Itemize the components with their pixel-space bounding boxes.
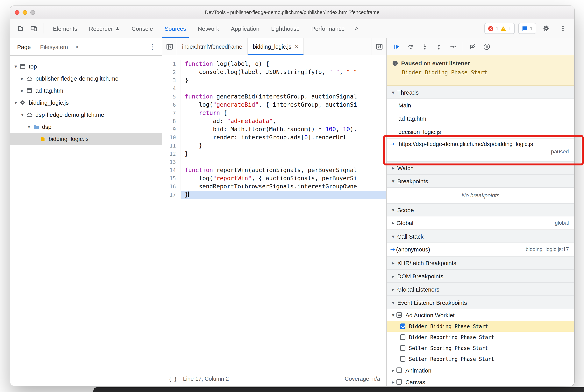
elb-category[interactable]: ▸Animation	[387, 364, 574, 376]
chevron-right-icon[interactable]: ▸	[19, 88, 26, 94]
checkbox-unchecked[interactable]	[397, 368, 402, 373]
chevron-down-icon[interactable]: ▾	[390, 300, 397, 306]
elb-event[interactable]: Bidder Bidding Phase Start	[387, 321, 574, 332]
device-toolbar-icon[interactable]	[27, 22, 40, 35]
chevron-right-icon[interactable]: ▸	[390, 273, 397, 279]
chevron-down-icon[interactable]: ▾	[390, 312, 397, 318]
code-line[interactable]: 15 log("reportWin", { auctionSignals, pe…	[162, 174, 386, 182]
chevron-right-icon[interactable]: ▸	[390, 165, 397, 171]
event-listener-breakpoints-section-header[interactable]: ▾Event Listener Breakpoints	[387, 296, 574, 309]
chevron-down-icon[interactable]: ▾	[12, 100, 19, 106]
close-tab-icon[interactable]: ×	[295, 43, 299, 50]
navigator-more-tabs-button[interactable]: »	[72, 43, 81, 50]
checkbox-unchecked[interactable]	[400, 334, 405, 340]
tab-sources[interactable]: Sources	[159, 19, 192, 38]
chevron-right-icon[interactable]: ▸	[390, 220, 397, 226]
tab-lighthouse[interactable]: Lighthouse	[265, 19, 305, 38]
line-number[interactable]: 7	[162, 109, 181, 117]
checkbox-unchecked[interactable]	[397, 379, 402, 384]
editor-tab[interactable]: index.html?fencedframe	[177, 38, 248, 55]
pretty-print-icon[interactable]: { }	[168, 376, 177, 382]
navigator-menu-icon[interactable]: ⋮	[149, 43, 162, 51]
tab-recorder[interactable]: Recorder	[83, 19, 126, 38]
console-status-badges[interactable]: 1 1	[484, 23, 515, 34]
code-line[interactable]: 12}	[162, 150, 386, 158]
line-number[interactable]: 10	[162, 134, 181, 142]
step-over-button[interactable]	[405, 40, 417, 53]
elb-event[interactable]: Seller Reporting Phase Start	[387, 354, 574, 364]
code-line[interactable]: 5function generateBid(interestGroup, auc…	[162, 93, 386, 101]
elb-event[interactable]: Bidder Reporting Phase Start	[387, 332, 574, 342]
file-tree-item[interactable]: ▾dsp	[10, 121, 162, 133]
code-editor[interactable]: 1function log(label, o) {2 console.log(l…	[162, 55, 386, 371]
toggle-debugger-sidebar-icon[interactable]	[372, 38, 386, 55]
chevron-right-icon[interactable]: ▸	[390, 367, 397, 373]
line-number[interactable]: 15	[162, 174, 181, 182]
step-into-button[interactable]	[419, 40, 431, 53]
line-number[interactable]: 2	[162, 68, 181, 76]
code-line[interactable]: 11 }	[162, 142, 386, 150]
checkbox-unchecked[interactable]	[400, 345, 405, 351]
line-number[interactable]: 14	[162, 166, 181, 174]
checkbox-indeterminate[interactable]	[397, 312, 402, 318]
line-number[interactable]: 1	[162, 60, 181, 68]
toggle-navigator-icon[interactable]	[162, 38, 177, 55]
code-line[interactable]: 8 ad: "ad-metadata",	[162, 117, 386, 125]
chevron-down-icon[interactable]: ▾	[26, 124, 32, 130]
line-number[interactable]: 16	[162, 182, 181, 191]
kebab-menu-icon[interactable]	[556, 22, 570, 35]
elb-event[interactable]: Seller Scoring Phase Start	[387, 342, 574, 354]
call-stack-frame[interactable]: (anonymous)bidding_logic.js:17	[387, 243, 574, 256]
code-line[interactable]: 16 sendReportTo(browserSignals.interestG…	[162, 182, 386, 191]
threads-section-header[interactable]: ▾Threads	[387, 86, 574, 99]
code-line[interactable]: 17}	[162, 191, 386, 199]
pause-on-exceptions-button[interactable]	[481, 40, 493, 53]
chevron-down-icon[interactable]: ▾	[390, 233, 397, 239]
line-number[interactable]: 5	[162, 93, 181, 101]
zoom-window-button[interactable]	[30, 10, 35, 14]
chevron-down-icon[interactable]: ▾	[19, 112, 26, 118]
file-tree-item[interactable]: ▸publisher-fledge-demo.glitch.me	[10, 72, 162, 84]
tab-console[interactable]: Console	[126, 19, 159, 38]
tab-elements[interactable]: Elements	[47, 19, 83, 38]
inspect-element-icon[interactable]	[14, 22, 27, 35]
navigator-tab-filesystem[interactable]: Filesystem	[35, 38, 72, 55]
navigator-tab-page[interactable]: Page	[12, 38, 35, 55]
file-tree-item[interactable]: ▾bidding_logic.js	[10, 96, 162, 108]
line-number[interactable]: 13	[162, 158, 181, 166]
line-number[interactable]: 8	[162, 117, 181, 125]
xhr-fetch-breakpoints-section-header[interactable]: ▸XHR/fetch Breakpoints	[387, 256, 574, 270]
code-line[interactable]: 4	[162, 84, 386, 93]
call-stack-section-header[interactable]: ▾Call Stack	[387, 230, 574, 243]
chevron-down-icon[interactable]: ▾	[12, 64, 19, 69]
elb-category[interactable]: ▸Canvas	[387, 376, 574, 386]
elb-category[interactable]: ▾Ad Auction Worklet	[387, 309, 574, 321]
code-line[interactable]: 2 console.log(label, JSON.stringify(o, "…	[162, 68, 386, 76]
code-line[interactable]: 14function reportWin(auctionSignals, per…	[162, 166, 386, 174]
resume-button[interactable]	[391, 40, 403, 53]
code-line[interactable]: 1function log(label, o) {	[162, 60, 386, 68]
chevron-down-icon[interactable]: ▾	[390, 178, 397, 184]
line-number[interactable]: 9	[162, 125, 181, 134]
checkbox-unchecked[interactable]	[400, 356, 405, 362]
chevron-right-icon[interactable]: ▸	[390, 286, 397, 292]
step-out-button[interactable]	[433, 40, 445, 53]
close-window-button[interactable]	[15, 10, 19, 14]
watch-section-header[interactable]: ▸Watch	[387, 161, 574, 174]
thread-item[interactable]: ad-tag.html	[387, 112, 574, 125]
minimize-window-button[interactable]	[22, 10, 27, 14]
thread-item[interactable]: Main	[387, 99, 574, 112]
line-number[interactable]: 4	[162, 84, 181, 93]
deactivate-breakpoints-button[interactable]	[467, 40, 479, 53]
code-line[interactable]: 13	[162, 158, 386, 166]
editor-tab[interactable]: bidding_logic.js×	[248, 38, 304, 55]
file-tree-item[interactable]: ▸ad-tag.html	[10, 84, 162, 96]
chevron-right-icon[interactable]: ▸	[19, 76, 26, 81]
global-listeners-section-header[interactable]: ▸Global Listeners	[387, 282, 574, 296]
tab-performance[interactable]: Performance	[305, 19, 351, 38]
chevron-right-icon[interactable]: ▸	[390, 260, 397, 266]
chevron-right-icon[interactable]: ▸	[390, 379, 397, 385]
step-button[interactable]	[447, 40, 459, 53]
line-number[interactable]: 6	[162, 101, 181, 109]
thread-item[interactable]: decision_logic.js	[387, 125, 574, 138]
